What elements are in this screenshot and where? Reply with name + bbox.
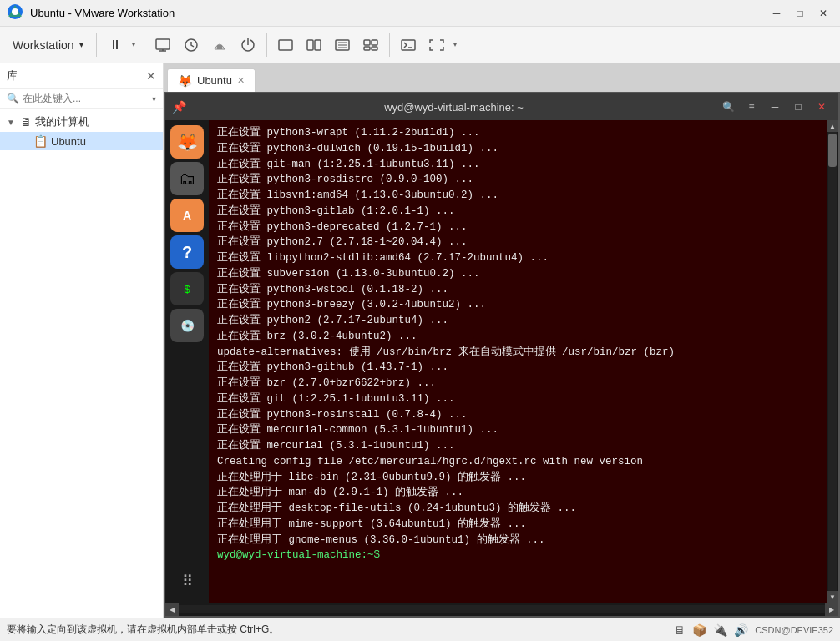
minimize-button[interactable]: ─ — [767, 6, 787, 21]
scroll-left-button[interactable]: ◀ — [165, 603, 179, 616]
vm-status-icon[interactable]: 🖥 — [674, 623, 686, 637]
terminal-line: 正在设置 python3-rosdistro (0.9.0-100) ... — [217, 172, 818, 188]
scroll-right-button[interactable]: ▶ — [825, 603, 838, 616]
ubuntu-label: Ubuntu — [51, 135, 86, 148]
tab-close-button[interactable]: ✕ — [237, 75, 245, 86]
vm-bottom-scrollbar: ◀ ▶ — [165, 603, 838, 616]
svg-rect-17 — [364, 47, 370, 50]
terminal-line: 正在设置 python3-breezy (3.0.2-4ubuntu2) ... — [217, 297, 818, 313]
maximize-button[interactable]: □ — [790, 6, 810, 21]
terminal-line: 正在设置 mercurial-common (5.3.1-1ubuntu1) .… — [217, 422, 818, 438]
terminal-line: 正在设置 python3-wrapt (1.11.2-2build1) ... — [217, 125, 818, 141]
workstation-menu[interactable]: Workstation — [5, 34, 91, 56]
expand-icon: ▼ — [7, 118, 17, 127]
terminal-line: 正在处理用于 mime-support (3.64ubuntu1) 的触发器 .… — [217, 517, 818, 532]
close-button[interactable]: ✕ — [813, 6, 833, 21]
terminal-line: 正在处理用于 man-db (2.9.1-1) 的触发器 ... — [217, 485, 818, 501]
sidebar-header: 库 ✕ — [0, 63, 163, 89]
terminal-line: 正在设置 mercurial (5.3.1-1ubuntu1) ... — [217, 438, 818, 454]
apps-grid-icon[interactable]: ⠿ — [170, 564, 204, 598]
search-input[interactable] — [23, 93, 149, 104]
workstation-label: Workstation — [13, 38, 74, 52]
vm-pin-icon[interactable]: 📌 — [172, 100, 186, 114]
content-area: 🦊 Ubuntu ✕ 📌 wyd@wyd-virtual-machine: ~ … — [164, 63, 840, 618]
dvd-icon[interactable]: 💿 — [170, 309, 204, 342]
terminal-line: 正在设置 subversion (1.13.0-3ubuntu0.2) ... — [217, 266, 818, 282]
pause-arrow[interactable]: ▾ — [129, 32, 139, 58]
vm-minimize-button[interactable]: ─ — [765, 98, 785, 116]
status-hint: 要将输入定向到该虚拟机，请在虚拟机内部单击或按 Ctrl+G。 — [7, 623, 674, 637]
terminal-line: Creating config file /etc/mercurial/hgrc… — [217, 454, 818, 470]
files-icon[interactable]: 🗂 — [170, 162, 204, 195]
fullscreen-arrow[interactable]: ▾ — [450, 32, 460, 58]
terminal-line: 正在设置 python3-gitlab (1:2.0.1-1) ... — [217, 204, 818, 220]
tab-label: Ubuntu — [197, 74, 232, 87]
sidebar-close-button[interactable]: ✕ — [146, 69, 156, 83]
vm-titlebar: 📌 wyd@wyd-virtual-machine: ~ 🔍 ≡ ─ □ ✕ — [165, 93, 838, 120]
svg-rect-15 — [364, 40, 370, 45]
firefox-icon[interactable]: 🦊 — [170, 125, 204, 159]
help-icon[interactable]: ? — [170, 235, 204, 269]
terminal-line: 正在设置 python2.7 (2.7.18-1~20.04.4) ... — [217, 235, 818, 250]
scroll-up-button[interactable]: ▲ — [827, 120, 838, 132]
terminal-line: 正在处理用于 desktop-file-utils (0.24-1ubuntu3… — [217, 501, 818, 517]
vm-viewport[interactable]: 📌 wyd@wyd-virtual-machine: ~ 🔍 ≡ ─ □ ✕ 🦊… — [164, 92, 840, 618]
fullscreen-button[interactable] — [423, 32, 450, 58]
statusbar: 要将输入定向到该虚拟机，请在虚拟机内部单击或按 Ctrl+G。 🖥 📦 🔌 🔊 … — [0, 618, 840, 641]
sidebar-title: 库 — [7, 68, 18, 83]
scroll-down-button[interactable]: ▼ — [827, 591, 838, 603]
search-dropdown-icon[interactable]: ▾ — [152, 94, 156, 103]
vm-maximize-button[interactable]: □ — [788, 98, 808, 116]
usb-icon[interactable]: 🔌 — [713, 623, 727, 637]
sidebar-tree: ▼ 🖥 我的计算机 📋 Ubuntu — [0, 109, 163, 154]
terminal-line: 正在设置 bzr (2.7.0+bzr6622+brz) ... — [217, 376, 818, 391]
vm-settings-button[interactable] — [149, 32, 176, 58]
sidebar-search-bar[interactable]: 🔍 ▾ — [0, 89, 163, 109]
vm-main-row: 🦊 🗂 A ? $ 💿 ⠿ 正在设置 python3-wrapt (1.11.2… — [165, 120, 838, 603]
audio-icon[interactable]: 🔊 — [734, 623, 748, 637]
terminal-line: 正在设置 python3-wstool (0.1.18-2) ... — [217, 282, 818, 298]
terminal-app-icon[interactable]: $ — [170, 272, 204, 305]
window-title: Ubuntu - VMware Workstation — [30, 7, 760, 19]
sidebar-item-ubuntu[interactable]: 📋 Ubuntu — [0, 132, 163, 150]
pause-button-group[interactable]: ⏸ ▾ — [102, 32, 139, 58]
toolbar-sep-2 — [144, 33, 144, 57]
console-button[interactable] — [395, 32, 422, 58]
view-unity-button[interactable] — [357, 32, 384, 58]
scroll-thumb[interactable] — [828, 134, 837, 167]
terminal-line: 正在设置 python3-rosinstall (0.7.8-4) ... — [217, 407, 818, 423]
sidebar-item-my-computer[interactable]: ▼ 🖥 我的计算机 — [0, 112, 163, 132]
view-split-button[interactable] — [301, 32, 327, 58]
statusbar-icons: 🖥 📦 🔌 🔊 CSDN@DEVIE352 — [674, 623, 833, 637]
vm-menu-button[interactable]: ≡ — [741, 98, 762, 116]
fullscreen-button-group[interactable]: ▾ — [423, 32, 460, 58]
suspend-button[interactable] — [206, 32, 233, 58]
tab-ubuntu[interactable]: 🦊 Ubuntu ✕ — [167, 68, 256, 92]
network-icon[interactable]: 📦 — [692, 623, 706, 637]
terminal-output[interactable]: 正在设置 python3-wrapt (1.11.2-2build1) ...正… — [209, 120, 827, 603]
computer-icon: 🖥 — [20, 115, 32, 129]
vm-icon: 📋 — [33, 134, 48, 148]
scroll-htrack — [179, 605, 825, 613]
user-badge: CSDN@DEVIE352 — [755, 625, 833, 635]
vm-app-bar: 🦊 🗂 A ? $ 💿 ⠿ — [165, 120, 209, 603]
terminal-line: 正在设置 brz (3.0.2-4ubuntu2) ... — [217, 329, 818, 345]
my-computer-label: 我的计算机 — [35, 114, 89, 129]
software-icon[interactable]: A — [170, 199, 204, 232]
scroll-track — [828, 132, 837, 591]
pause-button[interactable]: ⏸ — [102, 32, 129, 58]
terminal-line: 正在处理用于 gnome-menus (3.36.0-1ubuntu1) 的触发… — [217, 532, 818, 548]
power-button[interactable] — [235, 32, 261, 58]
sidebar: 库 ✕ 🔍 ▾ ▼ 🖥 我的计算机 📋 Ubuntu — [0, 63, 164, 618]
terminal-line: 正在设置 python3-dulwich (0.19.15-1build1) .… — [217, 141, 818, 157]
vm-close-button[interactable]: ✕ — [812, 98, 832, 116]
vm-search-button[interactable]: 🔍 — [718, 98, 738, 116]
view-single-button[interactable] — [272, 32, 299, 58]
svg-rect-10 — [315, 40, 321, 50]
vm-scrollbar[interactable]: ▲ ▼ — [827, 120, 838, 603]
snapshot-button[interactable] — [178, 32, 205, 58]
search-icon: 🔍 — [7, 93, 19, 104]
terminal-line: update-alternatives: 使用 /usr/bin/brz 来在自… — [217, 345, 818, 361]
toolbar-sep-4 — [389, 33, 390, 57]
view-stretch-button[interactable] — [329, 32, 356, 58]
